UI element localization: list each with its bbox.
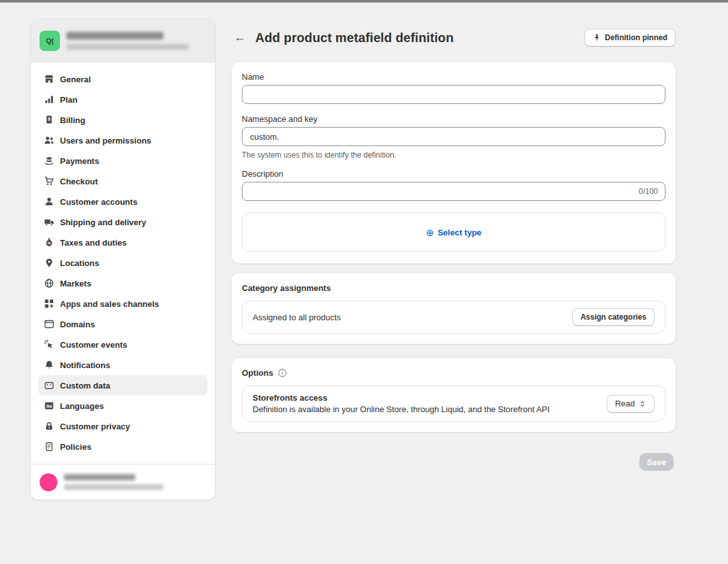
lock-icon	[43, 421, 54, 432]
page-title: Add product metafield definition	[255, 31, 454, 45]
sidebar-item-label: General	[60, 75, 91, 84]
sidebar-item-label: Taxes and duties	[60, 238, 127, 248]
assign-categories-button[interactable]: Assign categories	[572, 308, 655, 326]
custom-data-icon	[43, 380, 54, 391]
user-email-redacted	[64, 484, 163, 490]
select-type-box: ⊕ Select type	[242, 212, 665, 252]
select-type-button[interactable]: ⊕ Select type	[426, 228, 481, 237]
sidebar-item-custom-data[interactable]: Custom data	[38, 375, 207, 396]
svg-text:Aa: Aa	[46, 404, 52, 408]
name-input[interactable]	[242, 85, 665, 104]
description-label: Description	[242, 169, 665, 179]
sidebar-item-label: Customer events	[60, 340, 127, 350]
sidebar-item-label: Billing	[60, 115, 85, 125]
storefronts-access-description: Definition is available in your Online S…	[253, 404, 549, 414]
definition-pinned-label: Definition pinned	[605, 33, 667, 42]
options-title: Options	[242, 368, 273, 378]
description-char-counter: 0/100	[639, 187, 658, 196]
store-icon	[43, 74, 54, 85]
payments-icon	[43, 156, 54, 167]
category-assignments-title: Category assignments	[242, 283, 665, 293]
sidebar-item-notifications[interactable]: Notifications	[38, 355, 207, 375]
category-assignment-row: Assigned to all products Assign categori…	[242, 301, 665, 334]
description-input[interactable]	[242, 182, 665, 201]
sidebar-item-plan[interactable]: Plan	[38, 89, 207, 110]
storefronts-access-row: Storefronts access Definition is availab…	[242, 385, 665, 422]
sidebar-item-users-and-permissions[interactable]: Users and permissions	[38, 130, 207, 151]
storefronts-access-select[interactable]: Read	[607, 395, 655, 413]
select-type-label: Select type	[438, 228, 482, 237]
sidebar-item-domains[interactable]: Domains	[38, 314, 207, 334]
sidebar-item-label: Shipping and delivery	[60, 218, 146, 227]
sidebar-item-locations[interactable]: Locations	[38, 253, 207, 273]
storefronts-access-value: Read	[615, 399, 635, 408]
sidebar-item-general[interactable]: General	[38, 69, 207, 89]
sidebar-item-policies[interactable]: Policies	[38, 436, 207, 457]
sidebar-item-label: Notifications	[60, 360, 110, 370]
sidebar-item-label: Apps and sales channels	[60, 299, 159, 309]
info-icon[interactable]	[278, 368, 287, 378]
policies-icon	[43, 442, 54, 452]
domains-icon	[43, 319, 54, 330]
sidebar-item-payments[interactable]: Payments	[38, 151, 207, 171]
save-button[interactable]: Save	[639, 453, 674, 471]
namespace-help-text: The system uses this to identify the def…	[242, 151, 665, 160]
definition-pinned-button[interactable]: Definition pinned	[584, 29, 676, 47]
settings-page: Q( General Plan $	[0, 0, 728, 564]
sidebar-item-shipping-and-delivery[interactable]: Shipping and delivery	[38, 212, 207, 232]
user-name-redacted	[64, 474, 135, 480]
person-icon	[43, 197, 54, 207]
sidebar-item-label: Locations	[60, 258, 99, 268]
back-button[interactable]: ←	[231, 29, 249, 47]
markets-globe-icon	[43, 278, 54, 289]
category-status-text: Assigned to all products	[253, 313, 341, 322]
sidebar-item-billing[interactable]: $ Billing	[38, 110, 207, 130]
apps-icon	[43, 299, 54, 309]
store-url-redacted	[66, 44, 189, 50]
sidebar-item-label: Policies	[60, 442, 91, 452]
languages-icon: Aa	[43, 401, 54, 412]
sidebar-item-label: Plan	[60, 95, 77, 105]
sidebar-item-label: Domains	[60, 320, 95, 329]
store-header[interactable]: Q(	[31, 19, 215, 63]
sidebar-item-label: Customer accounts	[60, 197, 137, 207]
sidebar-item-label: Users and permissions	[60, 136, 151, 145]
sidebar-item-customer-accounts[interactable]: Customer accounts	[38, 191, 207, 212]
store-avatar: Q(	[40, 31, 60, 51]
page-header: ← Add product metafield definition Defin…	[232, 28, 676, 47]
namespace-input[interactable]	[242, 127, 665, 146]
sidebar-item-apps-and-sales-channels[interactable]: Apps and sales channels	[38, 293, 207, 314]
sidebar-item-label: Markets	[60, 279, 91, 288]
user-account-footer[interactable]	[31, 464, 215, 500]
sidebar-item-label: Payments	[60, 156, 99, 166]
category-assignments-card: Category assignments Assigned to all pro…	[232, 273, 676, 344]
users-icon	[43, 135, 54, 146]
plus-circle-icon: ⊕	[426, 228, 434, 237]
storefronts-access-title: Storefronts access	[253, 393, 549, 403]
truck-icon	[43, 217, 54, 228]
sidebar-item-taxes-and-duties[interactable]: % Taxes and duties	[38, 232, 207, 253]
definition-form-card: Name Namespace and key The system uses t…	[232, 62, 676, 263]
assign-categories-label: Assign categories	[581, 313, 646, 322]
name-label: Name	[242, 72, 665, 82]
user-avatar	[40, 473, 57, 491]
customer-events-icon	[43, 339, 54, 350]
taxes-icon: %	[43, 237, 54, 248]
sidebar-item-customer-events[interactable]: Customer events	[38, 334, 207, 355]
bell-icon	[43, 360, 54, 371]
sidebar-item-customer-privacy[interactable]: Customer privacy	[38, 416, 207, 436]
settings-sidebar: Q( General Plan $	[31, 19, 215, 500]
billing-icon: $	[43, 115, 54, 126]
sidebar-item-label: Checkout	[60, 177, 98, 186]
plan-icon	[43, 94, 54, 105]
settings-nav: General Plan $ Billing Users and permiss…	[31, 63, 215, 464]
options-card: Options Storefronts access Definition is…	[232, 358, 676, 432]
sidebar-item-languages[interactable]: Aa Languages	[38, 396, 207, 416]
sidebar-item-markets[interactable]: Markets	[38, 273, 207, 293]
sidebar-item-checkout[interactable]: Checkout	[38, 171, 207, 191]
pin-icon	[593, 34, 601, 42]
sidebar-item-label: Custom data	[60, 381, 110, 390]
location-pin-icon	[43, 258, 54, 269]
store-name-redacted	[66, 32, 163, 40]
chevron-updown-icon	[639, 400, 646, 408]
